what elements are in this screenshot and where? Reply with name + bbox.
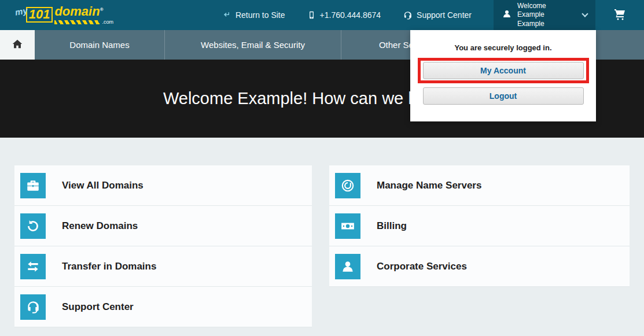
account-menu-toggle[interactable]: Welcome Example Example: [494, 0, 595, 30]
logo-domain-text: domain: [54, 4, 100, 19]
link-label: Transfer in Domains: [62, 261, 156, 272]
account-dropdown-panel: You are securely logged in. My Account L…: [410, 30, 596, 121]
link-transfer-in-domains[interactable]: Transfer in Domains: [14, 246, 312, 287]
my-account-button[interactable]: My Account: [423, 62, 584, 79]
headset-icon: [403, 10, 413, 20]
account-name: Example Example: [517, 10, 544, 28]
annotation-red-highlight: My Account: [418, 58, 589, 83]
logo-com-text: .com: [102, 19, 113, 25]
logo-domain-block: domain® .com: [54, 5, 113, 25]
return-to-site-label: Return to Site: [235, 10, 285, 20]
site-logo[interactable]: my 101 domain® .com: [15, 5, 113, 25]
logo-101-text: 101: [26, 7, 53, 23]
welcome-text: Welcome: [517, 2, 546, 10]
topbar-links: Return to Site +1.760.444.8674 Support C…: [222, 0, 644, 30]
link-label: View All Domains: [62, 180, 143, 191]
quick-links-area: View All Domains Renew Domains Transfer …: [0, 138, 644, 336]
quick-links-left-column: View All Domains Renew Domains Transfer …: [14, 165, 312, 336]
return-arrow-icon: [222, 10, 231, 20]
logo-stripes-decoration: [54, 20, 100, 24]
logged-in-status: You are securely logged in.: [410, 30, 596, 52]
quick-links-right-column: Manage Name Servers Billing Corporate Se…: [329, 165, 630, 336]
return-to-site-link[interactable]: Return to Site: [222, 10, 285, 20]
nameserver-dial-icon: [335, 173, 360, 198]
phone-link[interactable]: +1.760.444.8674: [307, 10, 381, 20]
cart-button[interactable]: [595, 7, 644, 23]
support-center-label: Support Center: [417, 10, 472, 20]
transfer-arrows-icon: [20, 254, 46, 279]
link-label: Renew Domains: [62, 220, 138, 232]
link-corporate-services[interactable]: Corporate Services: [329, 246, 630, 287]
link-label: Support Center: [62, 301, 134, 313]
link-renew-domains[interactable]: Renew Domains: [14, 206, 312, 246]
user-icon: [502, 9, 512, 21]
headset-icon: [20, 294, 46, 320]
top-bar: my 101 domain® .com Return to Site +1.76…: [0, 0, 644, 30]
link-label: Billing: [377, 220, 407, 232]
shopping-cart-icon: [613, 7, 627, 23]
link-support-center[interactable]: Support Center: [14, 287, 312, 327]
briefcase-icon: [20, 173, 46, 198]
phone-number: +1.760.444.8674: [320, 10, 381, 20]
nav-home-tab[interactable]: [0, 30, 35, 60]
person-icon: [335, 254, 360, 279]
renew-arrow-icon: [20, 213, 46, 239]
home-icon: [11, 38, 24, 53]
link-billing[interactable]: Billing: [329, 206, 630, 246]
mobile-phone-icon: [307, 10, 316, 20]
link-view-all-domains[interactable]: View All Domains: [14, 165, 312, 206]
support-center-link[interactable]: Support Center: [403, 10, 472, 20]
link-label: Manage Name Servers: [377, 180, 481, 191]
nav-item-domain-names[interactable]: Domain Names: [35, 30, 165, 60]
registered-mark: ®: [100, 7, 104, 12]
link-label: Corporate Services: [377, 261, 467, 272]
banknote-icon: [335, 213, 360, 239]
chevron-down-icon: [582, 10, 588, 17]
link-manage-name-servers[interactable]: Manage Name Servers: [329, 165, 630, 206]
nav-item-websites-email-security[interactable]: Websites, Email & Security: [165, 30, 341, 60]
logout-button[interactable]: Logout: [423, 87, 584, 105]
